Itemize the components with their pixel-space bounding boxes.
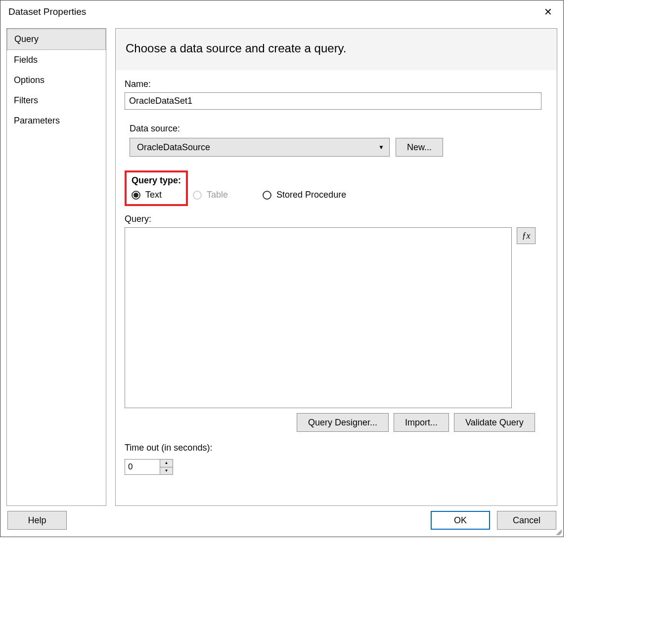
nav-item-parameters[interactable]: Parameters <box>7 111 106 131</box>
timeout-spinner[interactable]: ▲ ▼ <box>125 459 173 475</box>
content-header: Choose a data source and create a query. <box>116 29 557 70</box>
datasource-value: OracleDataSource <box>137 142 210 153</box>
titlebar: Dataset Properties ✕ <box>0 0 563 23</box>
timeout-input[interactable] <box>125 460 160 474</box>
new-datasource-button[interactable]: New... <box>396 138 443 157</box>
datasource-label: Data source: <box>130 124 548 134</box>
radio-stored-label: Stored Procedure <box>276 190 346 200</box>
dialog-footer: Help OK Cancel <box>0 506 563 537</box>
radio-table: Table <box>193 190 228 200</box>
content-body: Name: Data source: OracleDataSource ▼ Ne… <box>116 70 557 505</box>
resize-grip-icon[interactable] <box>555 528 562 535</box>
radio-icon <box>132 191 140 200</box>
chevron-down-icon: ▼ <box>378 144 384 151</box>
radio-text-label: Text <box>145 190 162 200</box>
query-textarea[interactable] <box>125 227 512 408</box>
nav-item-fields[interactable]: Fields <box>7 50 106 70</box>
spinner-down-icon[interactable]: ▼ <box>160 467 173 475</box>
import-button[interactable]: Import... <box>394 413 449 432</box>
nav-pane: Query Fields Options Filters Parameters <box>6 28 106 506</box>
querytype-label: Query type: <box>132 175 181 186</box>
help-button[interactable]: Help <box>7 511 67 530</box>
nav-item-query[interactable]: Query <box>7 29 106 50</box>
validate-query-button[interactable]: Validate Query <box>454 413 535 432</box>
query-label: Query: <box>125 214 548 224</box>
spinner-up-icon[interactable]: ▲ <box>160 460 173 467</box>
radio-text[interactable]: Text <box>132 190 181 200</box>
nav-item-options[interactable]: Options <box>7 70 106 90</box>
content-pane: Choose a data source and create a query.… <box>115 28 557 506</box>
name-label: Name: <box>125 79 548 89</box>
dialog-body: Query Fields Options Filters Parameters … <box>0 23 563 506</box>
expression-button[interactable]: ƒx <box>517 227 536 244</box>
querytype-highlight-box: Query type: Text <box>125 170 188 206</box>
nav-item-filters[interactable]: Filters <box>7 90 106 111</box>
query-designer-button[interactable]: Query Designer... <box>297 413 389 432</box>
dataset-properties-dialog: Dataset Properties ✕ Query Fields Option… <box>0 0 564 537</box>
radio-icon <box>263 191 271 200</box>
radio-table-label: Table <box>207 190 228 200</box>
fx-icon: ƒx <box>522 231 531 241</box>
ok-button[interactable]: OK <box>431 511 490 530</box>
name-input[interactable] <box>125 92 541 110</box>
datasource-combo[interactable]: OracleDataSource ▼ <box>130 138 390 157</box>
close-icon[interactable]: ✕ <box>539 4 557 20</box>
cancel-button[interactable]: Cancel <box>497 511 556 530</box>
dialog-title: Dataset Properties <box>8 6 86 17</box>
timeout-label: Time out (in seconds): <box>125 443 548 453</box>
radio-stored-procedure[interactable]: Stored Procedure <box>263 190 346 200</box>
radio-icon <box>193 191 202 200</box>
